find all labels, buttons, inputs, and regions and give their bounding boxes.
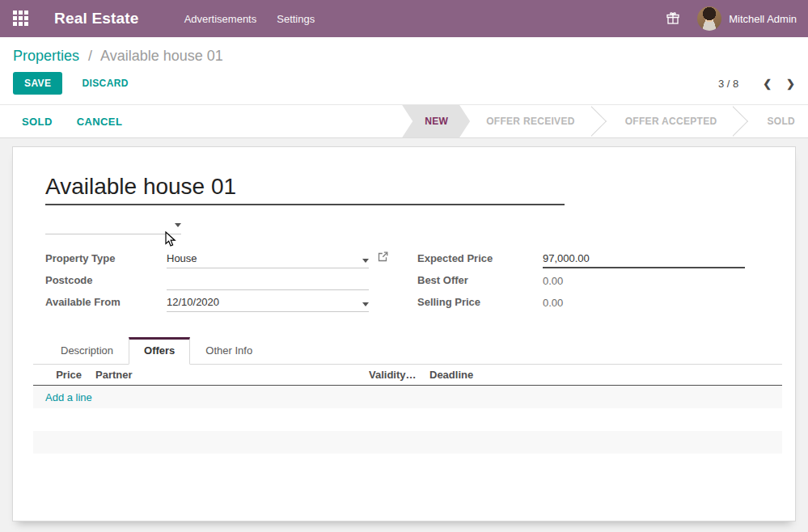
sold-action-button[interactable]: SOLD	[22, 116, 53, 128]
record-title-underline	[45, 200, 565, 205]
breadcrumb-separator: /	[88, 48, 92, 64]
statusbar: SOLD CANCEL NEW OFFER RECEIVED OFFER ACC…	[0, 104, 808, 138]
save-button[interactable]: SAVE	[13, 72, 62, 95]
postcode-input[interactable]	[167, 272, 369, 290]
gift-icon[interactable]	[666, 12, 679, 25]
column-validity[interactable]: Validity…	[369, 369, 429, 381]
tags-input[interactable]	[45, 217, 181, 234]
pager: 3 / 8 ❮ ❯	[718, 78, 795, 90]
property-type-label: Property Type	[45, 252, 167, 268]
discard-button[interactable]: DISCARD	[82, 78, 128, 89]
offers-table-header: Price Partner Validity… Deadline	[33, 365, 782, 386]
chevron-down-icon[interactable]	[362, 302, 369, 306]
field-group-right: Expected Price 97,000.00 Best Offer 0.00…	[417, 247, 757, 312]
pager-prev-icon[interactable]: ❮	[763, 78, 772, 90]
column-deadline[interactable]: Deadline	[429, 369, 518, 381]
available-from-label: Available From	[45, 296, 167, 312]
notebook-tabs: Description Offers Other Info	[33, 337, 782, 365]
step-separator-icon	[733, 105, 751, 137]
pager-next-icon[interactable]: ❯	[786, 78, 795, 90]
form-sheet: Available house 01 Property Type House	[12, 146, 796, 521]
step-separator-icon	[591, 105, 609, 137]
chevron-down-icon	[175, 223, 181, 227]
empty-row	[33, 408, 782, 431]
control-panel: Properties / Available house 01 SAVE DIS…	[0, 37, 808, 104]
column-partner[interactable]: Partner	[95, 369, 369, 381]
breadcrumb-properties[interactable]: Properties	[13, 48, 79, 64]
tab-description[interactable]: Description	[45, 337, 129, 365]
best-offer-label: Best Offer	[417, 274, 543, 290]
available-from-input[interactable]: 12/10/2020	[167, 294, 369, 312]
cancel-action-button[interactable]: CANCEL	[77, 116, 123, 128]
property-type-input[interactable]: House	[167, 251, 369, 268]
status-step-new[interactable]: NEW	[402, 105, 470, 137]
apps-grid-icon[interactable]	[13, 11, 29, 27]
expected-price-input[interactable]: 97,000.00	[543, 251, 745, 268]
record-title-input[interactable]: Available house 01	[45, 174, 782, 200]
selling-price-label: Selling Price	[417, 296, 543, 312]
pager-value: 3 / 8	[718, 78, 738, 90]
avatar[interactable]	[697, 6, 721, 31]
selling-price-value: 0.00	[543, 294, 745, 312]
best-offer-value: 0.00	[543, 272, 745, 290]
status-step-offer-accepted[interactable]: OFFER ACCEPTED	[609, 105, 734, 137]
offers-table: Price Partner Validity… Deadline Add a l…	[33, 365, 782, 454]
tab-other-info[interactable]: Other Info	[190, 337, 268, 365]
status-pipeline: NEW OFFER RECEIVED OFFER ACCEPTED SOLD	[402, 105, 808, 137]
status-step-offer-received[interactable]: OFFER RECEIVED	[470, 105, 591, 137]
postcode-label: Postcode	[45, 274, 167, 290]
menu-advertisements[interactable]: Advertisements	[184, 13, 257, 25]
top-navbar: Real Estate Advertisements Settings Mitc…	[0, 0, 808, 37]
add-line-row: Add a line	[33, 386, 782, 408]
menu-settings[interactable]: Settings	[277, 13, 315, 25]
empty-row	[33, 431, 782, 454]
breadcrumb-current: Available house 01	[100, 48, 223, 64]
field-group-left: Property Type House Postcode	[45, 247, 393, 312]
breadcrumb: Properties / Available house 01	[13, 48, 795, 65]
column-price[interactable]: Price	[33, 369, 95, 381]
tab-offers[interactable]: Offers	[129, 337, 190, 365]
expected-price-label: Expected Price	[417, 252, 543, 268]
add-a-line-link[interactable]: Add a line	[45, 391, 92, 403]
app-brand[interactable]: Real Estate	[54, 10, 139, 27]
chevron-down-icon[interactable]	[362, 259, 369, 263]
user-name[interactable]: Mitchell Admin	[729, 13, 797, 25]
external-link-icon[interactable]	[378, 251, 388, 265]
status-step-sold[interactable]: SOLD	[751, 105, 808, 137]
